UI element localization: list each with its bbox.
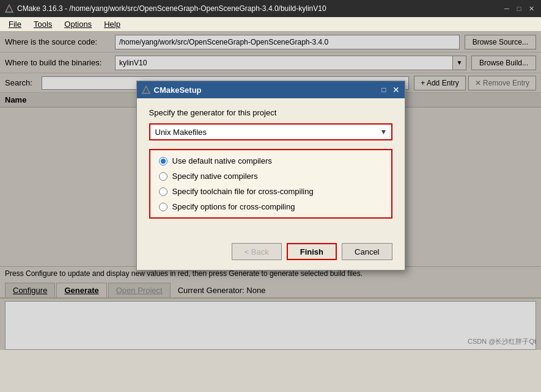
cmake-title-icon — [5, 4, 13, 13]
generator-dropdown[interactable]: Unix Makefiles Ninja CodeBlocks - Unix M… — [149, 123, 392, 140]
radio-native-compilers[interactable]: Specify native compilers — [159, 172, 383, 181]
title-bar-title: CMake 3.16.3 - /home/yang/work/src/OpenS… — [17, 4, 498, 13]
main-area: Where is the source code: Browse Source.… — [0, 32, 541, 350]
radio-label-3: Specify options for cross-compiling — [172, 202, 295, 211]
restore-button[interactable]: □ — [514, 4, 524, 13]
menu-tools[interactable]: Tools — [28, 18, 58, 30]
modal-overlay: CMakeSetup □ ✕ Specify the generator for… — [0, 32, 541, 350]
modal-cmake-icon — [142, 85, 150, 94]
close-button[interactable]: ✕ — [526, 4, 536, 13]
back-button[interactable]: < Back — [232, 243, 282, 260]
radio-label-2: Specify toolchain file for cross-compili… — [172, 187, 314, 196]
radio-default-compilers[interactable]: Use default native compilers — [159, 156, 383, 165]
minimize-button[interactable]: ─ — [502, 4, 512, 13]
modal-footer: < Back Finish Cancel — [137, 238, 405, 270]
radio-cross-compiling[interactable]: Specify options for cross-compiling — [159, 202, 383, 211]
menu-options[interactable]: Options — [58, 18, 98, 30]
radio-group: Use default native compilers Specify nat… — [149, 149, 392, 219]
modal-content: Specify the generator for this project U… — [137, 98, 405, 238]
modal-title-text: CMakeSetup — [154, 85, 378, 95]
title-bar: CMake 3.16.3 - /home/yang/work/src/OpenS… — [0, 0, 541, 17]
menu-help[interactable]: Help — [98, 18, 127, 30]
modal-subtitle: Specify the generator for this project — [149, 108, 392, 117]
radio-label-1: Specify native compilers — [172, 172, 258, 181]
modal-restore-button[interactable]: □ — [381, 85, 386, 94]
modal-dialog: CMakeSetup □ ✕ Specify the generator for… — [136, 81, 405, 270]
radio-toolchain-file[interactable]: Specify toolchain file for cross-compili… — [159, 187, 383, 196]
finish-button[interactable]: Finish — [287, 243, 337, 260]
radio-label-0: Use default native compilers — [172, 156, 272, 165]
modal-close-button[interactable]: ✕ — [392, 85, 400, 95]
menu-file[interactable]: File — [2, 18, 28, 30]
generator-dropdown-wrapper: Unix Makefiles Ninja CodeBlocks - Unix M… — [149, 123, 392, 140]
cancel-button[interactable]: Cancel — [342, 243, 392, 260]
menu-bar: File Tools Options Help — [0, 17, 541, 32]
modal-title-bar: CMakeSetup □ ✕ — [137, 81, 405, 98]
title-bar-controls: ─ □ ✕ — [502, 4, 536, 13]
